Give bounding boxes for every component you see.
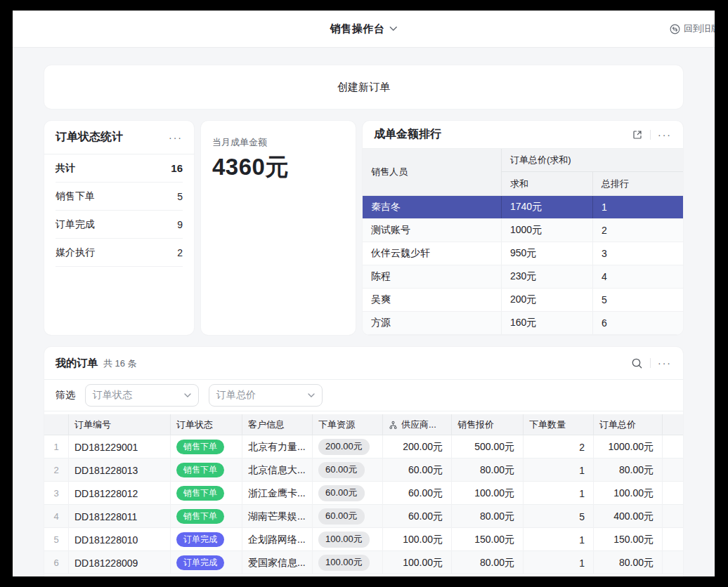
more-icon[interactable]: ··· <box>658 358 672 368</box>
customer-cell: 北京信息大... <box>242 459 313 482</box>
column-header-rank[interactable]: 总排行 <box>593 172 683 195</box>
person-name: 陈程 <box>363 265 502 288</box>
search-icon[interactable] <box>631 357 643 369</box>
more-icon[interactable]: ··· <box>169 133 183 143</box>
column-header-supplier[interactable]: 供应商... <box>383 414 452 435</box>
status-card-title: 订单状态统计 <box>56 130 123 145</box>
customer-cell: 企划路网络... <box>242 528 313 551</box>
column-header-qty[interactable]: 下单数量 <box>524 414 594 435</box>
table-row[interactable]: 4 DD181228011 销售下单 湖南芒果娱... 60.00元 60.00… <box>44 505 683 528</box>
order-no: DD181228011 <box>69 505 171 528</box>
total-cell: 100.00元 <box>594 482 663 505</box>
resource-cell: 100.00元 <box>313 528 383 551</box>
monthly-amount-label: 当月成单金额 <box>212 136 344 149</box>
row-index: 4 <box>44 505 69 528</box>
resource-cell: 100.00元 <box>313 551 383 574</box>
status-value: 2 <box>177 247 183 258</box>
app-title-dropdown[interactable]: 销售操作台 <box>330 22 398 36</box>
spacer-cell <box>663 435 683 459</box>
filter-label: 筛选 <box>56 389 75 402</box>
filter-placeholder: 订单状态 <box>93 389 132 402</box>
order-no: DD181229001 <box>69 435 171 459</box>
order-no: DD181228010 <box>69 528 171 551</box>
status-cell: 销售下单 <box>171 435 242 459</box>
person-name: 吴爽 <box>363 289 502 311</box>
list-item[interactable]: 订单完成 9 <box>56 211 183 239</box>
top-navigation-bar: 销售操作台 回到旧版 <box>13 11 715 48</box>
qty-cell: 1 <box>524 459 594 482</box>
column-header-total[interactable]: 订单总价 <box>594 414 663 435</box>
column-header-total-group[interactable]: 订单总价(求和) <box>502 149 683 172</box>
create-order-button[interactable]: 创建新订单 <box>44 65 683 109</box>
more-icon[interactable]: ··· <box>658 130 672 140</box>
customer-cell: 爱国家信息... <box>242 551 313 574</box>
status-cell: 订单完成 <box>171 551 242 574</box>
quote-cell: 150.00元 <box>452 528 524 551</box>
sum-value: 160元 <box>502 312 593 334</box>
spacer-cell <box>663 482 683 505</box>
table-row[interactable]: 秦吉冬 1740元 1 <box>363 196 683 219</box>
status-label: 共计 <box>56 162 75 175</box>
column-header-sum[interactable]: 求和 <box>502 172 593 195</box>
row-index: 3 <box>44 482 69 505</box>
resource-cell: 60.00元 <box>313 482 383 505</box>
back-to-old-version-link[interactable]: 回到旧版 <box>670 22 715 35</box>
column-header-status[interactable]: 订单状态 <box>171 414 242 435</box>
status-badge: 订单完成 <box>176 555 224 571</box>
customer-cell: 湖南芒果娱... <box>242 505 313 528</box>
table-row[interactable]: 2 DD181228013 销售下单 北京信息大... 60.00元 60.00… <box>44 459 683 482</box>
list-item[interactable]: 共计 16 <box>56 154 183 183</box>
orders-table-header: 订单编号 订单状态 客户信息 下单资源 供应商... 销售报价 下单数量 订单总… <box>44 414 683 435</box>
table-row[interactable]: 6 DD181228009 订单完成 爱国家信息... 100.00元 100.… <box>44 551 683 574</box>
orders-title: 我的订单 <box>56 357 98 370</box>
rank-value: 6 <box>593 312 683 334</box>
supplier-price-cell: 60.00元 <box>383 482 452 505</box>
order-status-filter-select[interactable]: 订单状态 <box>85 384 199 407</box>
customer-cell: 浙江金鹰卡... <box>242 482 313 505</box>
list-item[interactable]: 销售下单 5 <box>56 183 183 211</box>
order-status-stats-card: 订单状态统计 ··· 共计 16 销售下单 5 订单完成 9 <box>44 121 194 335</box>
qty-cell: 2 <box>524 435 594 459</box>
status-badge: 销售下单 <box>176 440 224 455</box>
person-name: 伙伴云魏少轩 <box>363 242 502 265</box>
table-row[interactable]: 测试账号 1000元 2 <box>363 219 683 242</box>
ranking-card-title: 成单金额排行 <box>374 127 441 142</box>
table-row[interactable]: 伙伴云魏少轩 950元 3 <box>363 242 683 265</box>
quote-cell: 100.00元 <box>452 482 524 505</box>
spacer-cell <box>663 551 683 574</box>
order-no: DD181228013 <box>69 459 171 482</box>
rank-value: 3 <box>593 242 683 265</box>
chevron-down-icon <box>184 393 191 397</box>
orders-table-body: 1 DD181229001 销售下单 北京有力量... 200.00元 200.… <box>44 435 683 574</box>
column-header-quote[interactable]: 销售报价 <box>452 414 524 435</box>
list-item[interactable]: 媒介执行 2 <box>56 239 183 267</box>
open-external-icon[interactable] <box>632 129 643 140</box>
total-cell: 80.00元 <box>594 459 663 482</box>
back-to-old-version-label: 回到旧版 <box>684 22 715 35</box>
column-header-customer[interactable]: 客户信息 <box>242 414 313 435</box>
supplier-price-cell: 100.00元 <box>383 528 452 551</box>
table-row[interactable]: 5 DD181228010 订单完成 企划路网络... 100.00元 100.… <box>44 528 683 551</box>
column-header-order-no[interactable]: 订单编号 <box>69 414 171 435</box>
table-row[interactable]: 1 DD181229001 销售下单 北京有力量... 200.00元 200.… <box>44 435 683 459</box>
total-cell: 150.00元 <box>594 528 663 551</box>
spacer-cell <box>663 459 683 482</box>
order-no: DD181228012 <box>69 482 171 505</box>
qty-cell: 5 <box>524 505 594 528</box>
table-row[interactable]: 3 DD181228012 销售下单 浙江金鹰卡... 60.00元 60.00… <box>44 482 683 505</box>
spacer-cell <box>663 505 683 528</box>
app-window: 销售操作台 回到旧版 创建新订单 订单状态统计 ··· 共计 16 <box>13 11 715 576</box>
table-row[interactable]: 陈程 230元 4 <box>363 265 683 289</box>
status-value: 9 <box>177 219 183 230</box>
total-cell: 80.00元 <box>594 551 663 574</box>
column-header-person[interactable]: 销售人员 <box>363 149 502 195</box>
filter-placeholder: 订单总价 <box>216 389 256 402</box>
table-row[interactable]: 方源 160元 6 <box>363 312 683 335</box>
order-total-filter-select[interactable]: 订单总价 <box>209 384 323 407</box>
quote-cell: 80.00元 <box>452 459 524 482</box>
status-cell: 销售下单 <box>171 505 242 528</box>
resource-pill: 60.00元 <box>318 508 365 525</box>
sum-value: 950元 <box>502 242 593 265</box>
column-header-resource[interactable]: 下单资源 <box>313 414 383 435</box>
table-row[interactable]: 吴爽 200元 5 <box>363 289 683 312</box>
